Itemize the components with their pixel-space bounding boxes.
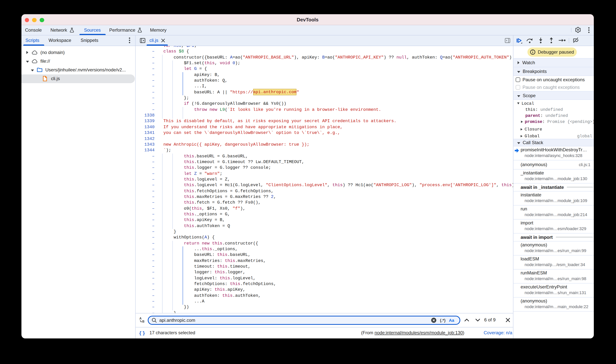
svg-text:{}: {} bbox=[139, 331, 146, 335]
svg-text:A: A bbox=[140, 317, 142, 320]
svg-text:B: B bbox=[142, 320, 144, 323]
